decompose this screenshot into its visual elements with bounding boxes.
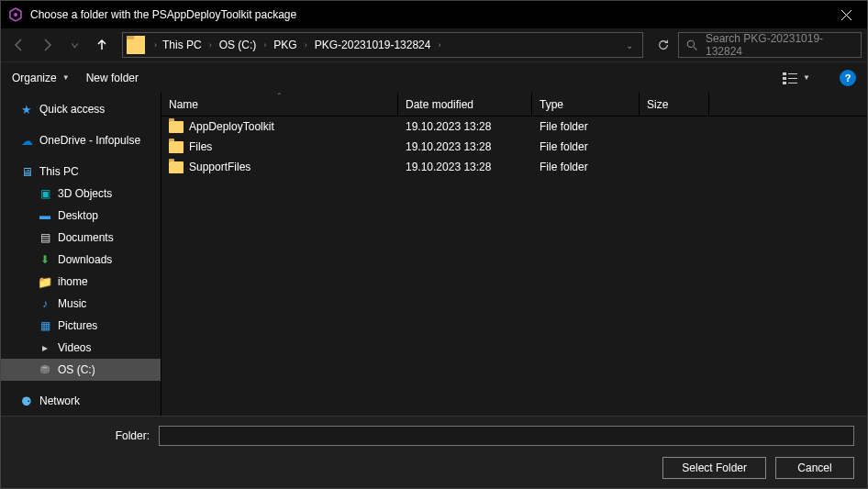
sidebar-item-onedrive[interactable]: ☁ OneDrive - Infopulse	[1, 129, 161, 151]
svg-rect-4	[783, 77, 786, 80]
sidebar-item-this-pc[interactable]: 🖥 This PC	[1, 161, 161, 183]
svg-rect-8	[788, 83, 797, 83]
forward-button[interactable]	[34, 32, 60, 58]
titlebar-title: Choose a folder with the PSAppDeployTool…	[30, 8, 826, 21]
cancel-button[interactable]: Cancel	[775, 457, 854, 479]
disk-icon: ⛃	[38, 362, 52, 377]
search-icon	[686, 39, 698, 51]
folder-input[interactable]	[159, 426, 854, 446]
network-icon: ⚈	[19, 394, 34, 408]
svg-rect-3	[783, 72, 786, 75]
download-icon: ⬇	[38, 252, 52, 267]
cube-icon: ▣	[38, 186, 52, 201]
chevron-down-icon: ▼	[803, 73, 810, 82]
recent-dropdown[interactable]	[61, 32, 87, 58]
sidebar-item-videos[interactable]: ▸ Videos	[1, 337, 161, 359]
search-input[interactable]: Search PKG-20231019-132824	[678, 32, 862, 58]
close-button[interactable]	[826, 1, 867, 28]
svg-point-2	[687, 40, 694, 47]
sidebar-item-quick-access[interactable]: ★ Quick access	[1, 98, 161, 120]
folder-icon: 📁	[38, 274, 52, 289]
chevron-right-icon: ›	[262, 40, 268, 50]
sidebar-item-music[interactable]: ♪ Music	[1, 293, 161, 315]
chevron-right-icon: ›	[303, 40, 309, 50]
chevron-right-icon: ›	[152, 40, 159, 50]
breadcrumb-item[interactable]: This PC	[159, 39, 206, 51]
back-button[interactable]	[6, 32, 32, 58]
chevron-right-icon: ›	[207, 40, 214, 50]
sidebar: ★ Quick access ☁ OneDrive - Infopulse 🖥 …	[1, 93, 161, 416]
folder-icon	[127, 36, 145, 54]
file-row[interactable]: AppDeployToolkit 19.10.2023 13:28 File f…	[161, 117, 867, 137]
help-button[interactable]: ?	[840, 70, 856, 86]
sort-indicator-icon: ⌃	[276, 93, 283, 100]
picture-icon: ▦	[38, 318, 52, 333]
sidebar-item-pictures[interactable]: ▦ Pictures	[1, 315, 161, 337]
folder-icon	[169, 161, 184, 173]
music-icon: ♪	[38, 296, 52, 311]
breadcrumb-item[interactable]: PKG-20231019-132824	[311, 39, 435, 51]
svg-rect-5	[783, 82, 786, 84]
sidebar-item-documents[interactable]: ▤ Documents	[1, 227, 161, 249]
video-icon: ▸	[38, 340, 52, 355]
app-icon	[8, 7, 23, 22]
svg-rect-7	[788, 78, 797, 79]
breadcrumb-item[interactable]: OS (C:)	[216, 39, 261, 51]
sidebar-item-downloads[interactable]: ⬇ Downloads	[1, 249, 161, 271]
breadcrumb: This PC › OS (C:) › PKG › PKG-20231019-1…	[159, 39, 620, 51]
desktop-icon: ▬	[38, 208, 52, 223]
svg-rect-6	[788, 73, 797, 74]
cloud-icon: ☁	[19, 133, 34, 148]
column-headers: Name ⌃ Date modified Type Size	[161, 93, 867, 117]
document-icon: ▤	[38, 230, 52, 245]
column-type[interactable]: Type	[532, 93, 640, 116]
chevron-down-icon: ▼	[62, 73, 70, 82]
titlebar: Choose a folder with the PSAppDeployTool…	[1, 1, 867, 28]
sidebar-item-ihome[interactable]: 📁 ihome	[1, 271, 161, 293]
sidebar-item-3d-objects[interactable]: ▣ 3D Objects	[1, 183, 161, 205]
organize-button[interactable]: Organize ▼	[12, 72, 70, 84]
column-date[interactable]: Date modified	[398, 93, 532, 116]
file-list: Name ⌃ Date modified Type Size AppDeploy…	[161, 93, 867, 416]
svg-point-1	[14, 13, 17, 17]
up-button[interactable]	[89, 32, 115, 58]
new-folder-button[interactable]: New folder	[86, 72, 139, 84]
address-bar[interactable]: › This PC › OS (C:) › PKG › PKG-20231019…	[122, 32, 643, 58]
address-dropdown[interactable]: ⌄	[626, 40, 633, 50]
folder-label: Folder:	[14, 429, 150, 442]
pc-icon: 🖥	[19, 164, 34, 179]
column-size[interactable]: Size	[640, 93, 709, 116]
navbar: › This PC › OS (C:) › PKG › PKG-20231019…	[1, 28, 867, 61]
file-row[interactable]: Files 19.10.2023 13:28 File folder	[161, 137, 867, 157]
search-placeholder: Search PKG-20231019-132824	[706, 32, 853, 58]
chevron-right-icon: ›	[436, 40, 442, 50]
select-folder-button[interactable]: Select Folder	[662, 457, 766, 479]
column-name[interactable]: Name ⌃	[161, 93, 398, 116]
sidebar-item-network[interactable]: ⚈ Network	[1, 390, 161, 412]
breadcrumb-item[interactable]: PKG	[270, 39, 300, 51]
refresh-button[interactable]	[651, 32, 676, 58]
bottom-panel: Folder: Select Folder Cancel	[1, 416, 867, 488]
file-row[interactable]: SupportFiles 19.10.2023 13:28 File folde…	[161, 157, 867, 177]
folder-icon	[169, 141, 184, 153]
toolbar: Organize ▼ New folder ▼ ?	[1, 61, 867, 93]
sidebar-item-desktop[interactable]: ▬ Desktop	[1, 205, 161, 227]
view-options-button[interactable]: ▼	[783, 72, 810, 84]
folder-icon	[169, 121, 184, 133]
sidebar-item-os-c[interactable]: ⛃ OS (C:)	[1, 359, 161, 381]
star-icon: ★	[19, 102, 34, 117]
